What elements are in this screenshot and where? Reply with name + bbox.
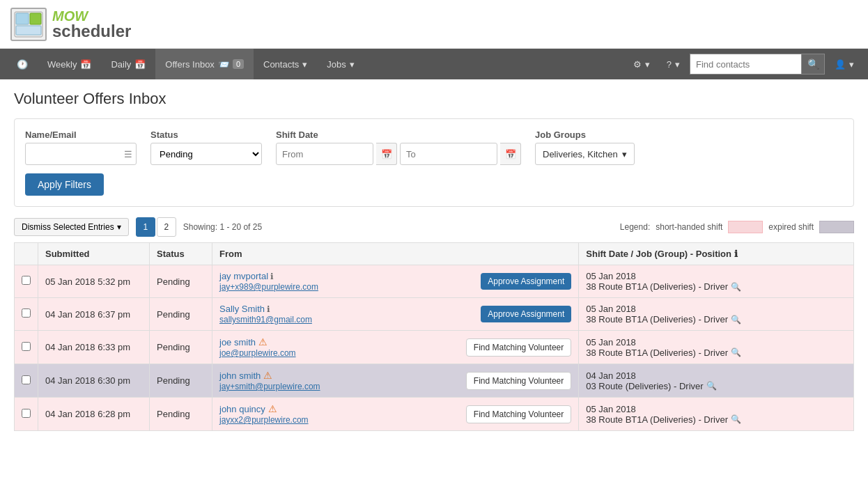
nav-jobs[interactable]: Jobs ▾ — [317, 49, 364, 79]
nav-daily[interactable]: Daily 📅 — [101, 49, 155, 79]
shift-detail: 38 Route BT1A (Deliveries) - Driver🔍 — [586, 347, 846, 358]
search-input[interactable] — [690, 54, 801, 75]
legend-short-handed-text: short-handed shift — [656, 222, 722, 232]
shift-date-to[interactable] — [400, 143, 497, 165]
row-checkbox-cell — [15, 364, 38, 398]
search-button[interactable]: 🔍 — [801, 54, 825, 75]
nav-jobs-label: Jobs — [327, 59, 346, 70]
shift-date-label: Shift Date — [276, 130, 521, 140]
shift-detail-text: 38 Route BT1A (Deliveries) - Driver — [586, 347, 728, 358]
from-name-link[interactable]: Sally Smith — [219, 304, 265, 314]
calendar-from-button[interactable]: 📅 — [376, 143, 397, 165]
name-email-input[interactable] — [25, 143, 137, 165]
row-submitted: 04 Jan 2018 6:30 pm — [38, 364, 150, 398]
from-email-link[interactable]: jay+smith@purplewire.com — [219, 382, 320, 391]
svg-rect-1 — [16, 13, 29, 24]
row-status: Pending — [150, 398, 212, 431]
data-table: Submitted Status From Shift Date / Job (… — [14, 242, 854, 431]
nav-contacts[interactable]: Contacts ▾ — [254, 49, 317, 79]
row-checkbox[interactable] — [22, 375, 31, 384]
shift-search-icon[interactable]: 🔍 — [731, 282, 741, 292]
search-box: 🔍 — [690, 54, 825, 75]
approve-assignment-button[interactable]: Approve Assignment — [481, 306, 571, 322]
table-row: 05 Jan 2018 5:32 pmPendingjay mvportal ℹ… — [15, 265, 854, 298]
svg-rect-3 — [16, 26, 41, 35]
from-email-link[interactable]: sallysmith91@gmail.com — [219, 315, 312, 325]
settings-icon: ⚙ — [633, 59, 642, 70]
from-action-cell: john smith ⚠jay+smith@purplewire.comFind… — [219, 370, 571, 391]
row-checkbox[interactable] — [22, 342, 31, 351]
find-matching-volunteer-button[interactable]: Find Matching Volunteer — [466, 372, 571, 390]
name-email-filter-group: Name/Email ☰ — [25, 130, 137, 165]
job-groups-chevron-icon: ▾ — [622, 149, 627, 159]
nav-clock[interactable]: 🕐 — [7, 49, 38, 79]
from-name: jay mvportal ℹ — [219, 271, 274, 281]
shift-search-icon[interactable]: 🔍 — [731, 347, 741, 357]
nav-user[interactable]: 👤 ▾ — [828, 49, 861, 79]
job-groups-button[interactable]: Deliveries, Kitchen ▾ — [535, 143, 635, 165]
shift-date: 05 Jan 2018 — [586, 337, 846, 347]
row-submitted: 04 Jan 2018 6:37 pm — [38, 298, 150, 331]
table-body: 05 Jan 2018 5:32 pmPendingjay mvportal ℹ… — [15, 265, 854, 431]
table-header: Submitted Status From Shift Date / Job (… — [15, 243, 854, 265]
shift-search-icon[interactable]: 🔍 — [731, 414, 741, 424]
info-icon[interactable]: ℹ — [265, 304, 270, 314]
shift-date: 05 Jan 2018 — [586, 271, 846, 281]
page-btn-1[interactable]: 1 — [136, 217, 155, 237]
from-name: joe smith ⚠ — [219, 337, 268, 347]
legend-label: Legend: — [620, 222, 650, 232]
pagination: 1 2 — [136, 217, 176, 237]
approve-assignment-button[interactable]: Approve Assignment — [481, 273, 571, 290]
name-email-input-wrapper: ☰ — [25, 143, 137, 165]
nav-weekly[interactable]: Weekly 📅 — [38, 49, 101, 79]
calendar2-icon: 📅 — [134, 59, 146, 70]
calendar-to-button[interactable]: 📅 — [500, 143, 521, 165]
row-from-cell: Sally Smith ℹsallysmith91@gmail.comAppro… — [212, 298, 579, 331]
calendar-icon: 📅 — [80, 59, 91, 70]
col-checkbox — [15, 243, 38, 265]
find-matching-volunteer-button[interactable]: Find Matching Volunteer — [466, 338, 571, 357]
from-name-link[interactable]: jay mvportal — [219, 271, 268, 281]
row-checkbox[interactable] — [22, 276, 31, 285]
warning-icon: ⚠ — [265, 403, 277, 414]
nav-help[interactable]: ? ▾ — [660, 49, 687, 79]
col-shift: Shift Date / Job (Group) - Position ℹ — [579, 243, 854, 265]
from-name-link[interactable]: john quincy — [219, 404, 265, 414]
info-icon[interactable]: ℹ — [268, 272, 274, 281]
from-info: joe smith ⚠joe@purplewire.com — [219, 336, 460, 358]
shift-search-icon[interactable]: 🔍 — [731, 315, 741, 325]
date-range-group: 📅 📅 — [276, 143, 521, 165]
nav-settings[interactable]: ⚙ ▾ — [626, 49, 657, 79]
from-email-link[interactable]: jay+x989@purplewire.com — [219, 282, 318, 292]
row-checkbox[interactable] — [22, 308, 31, 318]
calendar-to-icon: 📅 — [505, 149, 516, 159]
job-groups-label: Job Groups — [535, 130, 635, 140]
shift-search-icon[interactable]: 🔍 — [706, 381, 717, 391]
from-email-link[interactable]: joe@purplewire.com — [219, 348, 296, 358]
shift-date-from[interactable] — [276, 143, 373, 165]
help-chevron-icon: ▾ — [675, 59, 680, 70]
inbox-icon: 📨 — [218, 59, 229, 70]
from-email-link[interactable]: jayxx2@purplewire.com — [219, 415, 309, 425]
nav-contacts-label: Contacts — [263, 59, 299, 70]
status-select[interactable]: Pending Approved Dismissed — [150, 143, 262, 165]
legend-expired-text: expired shift — [768, 222, 814, 232]
col-from: From — [212, 243, 579, 265]
row-submitted: 04 Jan 2018 6:28 pm — [38, 398, 150, 431]
row-submitted: 04 Jan 2018 6:33 pm — [38, 331, 150, 364]
table-controls-left: Dismiss Selected Entries ▾ 1 2 Showing: … — [14, 217, 262, 237]
dismiss-selected-button[interactable]: Dismiss Selected Entries ▾ — [14, 218, 129, 236]
help-icon: ? — [667, 59, 672, 70]
nav-offers-inbox[interactable]: Offers Inbox 📨 0 — [155, 49, 254, 79]
row-checkbox[interactable] — [22, 409, 31, 418]
from-name-link[interactable]: joe smith — [219, 337, 256, 347]
from-action-cell: joe smith ⚠joe@purplewire.comFind Matchi… — [219, 336, 571, 358]
page-btn-2[interactable]: 2 — [157, 217, 176, 237]
apply-filters-button[interactable]: Apply Filters — [25, 173, 104, 196]
shift-detail: 03 Route (Deliveries) - Driver🔍 — [586, 381, 846, 391]
row-shift-cell: 05 Jan 201838 Route BT1A (Deliveries) - … — [579, 398, 854, 431]
search-icon: 🔍 — [807, 58, 819, 70]
find-matching-volunteer-button[interactable]: Find Matching Volunteer — [466, 405, 571, 423]
from-name-link[interactable]: john smith — [219, 370, 261, 381]
shift-detail: 38 Route BT1A (Deliveries) - Driver🔍 — [586, 281, 846, 292]
